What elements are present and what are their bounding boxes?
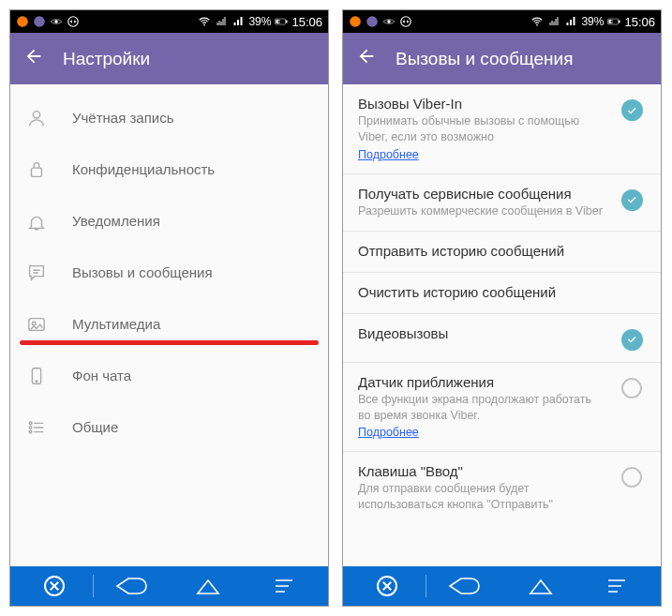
option-subtitle: Принимать обычные вызовы с помощью Viber…	[358, 113, 606, 145]
option-title: Вызовы Viber-In	[358, 96, 606, 112]
network-icon	[215, 15, 228, 28]
app-bar-title: Вызовы и сообщения	[396, 49, 573, 69]
eye-icon	[382, 15, 396, 28]
phone-left: 39% 15:06 Настройки Учётная запись Конфи…	[9, 9, 329, 607]
app-bar: Настройки	[10, 33, 328, 84]
settings-item-general[interactable]: Общие	[10, 401, 328, 453]
checkbox-on-icon[interactable]	[621, 189, 643, 211]
svg-point-19	[387, 20, 391, 23]
svg-point-11	[32, 322, 36, 325]
option-video-calls[interactable]: Видеовызовы	[343, 314, 661, 363]
svg-point-4	[204, 24, 206, 26]
nav-home-icon[interactable]	[502, 566, 579, 606]
teamviewer-icon	[399, 15, 412, 28]
option-viber-in[interactable]: Вызовы Viber-In Принимать обычные вызовы…	[343, 84, 661, 174]
svg-rect-9	[32, 168, 42, 176]
nav-bar	[343, 566, 661, 606]
status-time: 15:06	[624, 15, 655, 29]
status-bar: 39% 15:06	[343, 10, 661, 33]
svg-point-21	[537, 24, 539, 26]
option-title: Видеовызовы	[358, 325, 606, 341]
battery-percent: 39%	[581, 15, 604, 28]
settings-item-label: Фон чата	[72, 368, 131, 383]
nav-back-icon[interactable]	[426, 566, 503, 606]
status-time: 15:06	[291, 15, 322, 29]
list-icon	[25, 416, 48, 439]
nav-teamviewer-icon[interactable]	[16, 566, 93, 606]
checkbox-on-icon[interactable]	[621, 329, 643, 351]
viber-icon	[366, 15, 379, 28]
highlight-underline	[20, 340, 319, 345]
settings-item-label: Общие	[72, 419, 118, 435]
svg-point-1	[34, 16, 45, 27]
option-title: Отправить историю сообщений	[358, 243, 635, 259]
learn-more-link[interactable]: Подробнее	[358, 426, 419, 439]
nav-teamviewer-icon[interactable]	[349, 566, 426, 606]
checkbox-off-icon[interactable]	[621, 378, 642, 398]
status-bar: 39% 15:06	[10, 10, 328, 33]
settings-item-privacy[interactable]: Конфиденциальность	[10, 143, 328, 195]
option-service-messages[interactable]: Получать сервисные сообщения Разрешить к…	[343, 174, 661, 232]
svg-point-8	[33, 111, 39, 117]
option-proximity[interactable]: Датчик приближения Все функции экрана пр…	[343, 363, 661, 453]
settings-item-label: Вызовы и сообщения	[72, 264, 213, 280]
option-subtitle: Для отправки сообщения будет использоват…	[358, 481, 606, 513]
options-list: Вызовы Viber-In Принимать обычные вызовы…	[343, 84, 661, 566]
battery-icon	[607, 15, 620, 28]
back-icon[interactable]	[23, 46, 44, 71]
network-icon	[547, 15, 560, 28]
option-send-history[interactable]: Отправить историю сообщений	[343, 232, 661, 273]
option-enter-key[interactable]: Клавиша "Ввод" Для отправки сообщения бу…	[343, 452, 661, 524]
teamviewer-icon	[67, 15, 80, 28]
settings-item-calls-messages[interactable]: Вызовы и сообщения	[10, 247, 328, 298]
settings-item-notifications[interactable]: Уведомления	[10, 195, 328, 247]
account-icon	[25, 107, 48, 129]
uc-icon	[16, 15, 29, 28]
media-icon	[25, 313, 48, 336]
nav-back-icon[interactable]	[94, 566, 171, 606]
settings-item-account[interactable]: Учётная запись	[10, 92, 328, 143]
lock-icon	[25, 158, 48, 181]
app-bar-title: Настройки	[63, 49, 150, 69]
checkbox-on-icon[interactable]	[621, 99, 643, 121]
app-bar: Вызовы и сообщения	[343, 33, 661, 84]
eye-icon	[50, 15, 63, 28]
svg-point-20	[401, 17, 411, 27]
option-subtitle: Все функции экрана продолжают работать в…	[358, 392, 606, 424]
back-icon[interactable]	[356, 46, 377, 71]
learn-more-link[interactable]: Подробнее	[358, 148, 419, 161]
svg-point-14	[29, 422, 32, 425]
settings-item-label: Уведомления	[72, 213, 160, 229]
option-subtitle: Разрешить коммерческие сообщения в Viber	[358, 203, 606, 219]
svg-point-0	[17, 16, 28, 27]
option-title: Очистить историю сообщений	[358, 284, 635, 300]
settings-item-label: Учётная запись	[72, 110, 174, 126]
svg-point-3	[68, 17, 79, 27]
phone-icon	[25, 365, 48, 387]
option-title: Получать сервисные сообщения	[358, 186, 606, 202]
settings-item-label: Мультимедиа	[72, 316, 160, 332]
svg-point-17	[350, 16, 361, 27]
nav-recent-icon[interactable]	[246, 566, 323, 606]
option-clear-history[interactable]: Очистить историю сообщений	[343, 273, 661, 314]
wifi-icon	[530, 15, 544, 28]
checkbox-off-icon[interactable]	[621, 467, 642, 488]
signal-icon	[564, 15, 577, 28]
option-title: Датчик приближения	[358, 374, 606, 390]
nav-bar	[10, 566, 328, 606]
signal-icon	[231, 15, 245, 28]
svg-rect-6	[286, 21, 288, 23]
phone-right: 39% 15:06 Вызовы и сообщения Вызовы Vibe…	[342, 9, 662, 607]
nav-home-icon[interactable]	[170, 566, 246, 606]
uc-icon	[349, 15, 362, 28]
viber-icon	[33, 15, 46, 28]
nav-recent-icon[interactable]	[579, 566, 656, 606]
svg-point-2	[54, 20, 58, 23]
battery-icon	[275, 15, 288, 28]
svg-rect-23	[619, 21, 620, 23]
settings-item-background[interactable]: Фон чата	[10, 350, 328, 401]
settings-item-label: Конфиденциальность	[72, 161, 215, 177]
bell-icon	[25, 210, 48, 233]
battery-percent: 39%	[248, 15, 271, 28]
svg-point-15	[29, 426, 32, 428]
